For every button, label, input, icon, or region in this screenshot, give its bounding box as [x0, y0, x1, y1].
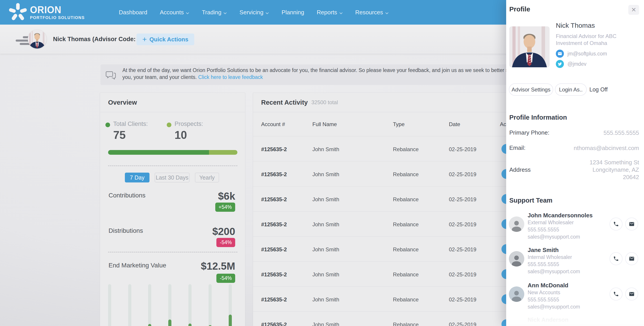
support-member-john-mcandersonnoles: John McandersonnolesExternal Wholesaler5… — [506, 212, 644, 246]
quick-actions-button[interactable]: + Quick Actions — [136, 33, 194, 45]
support-team-heading: Support Team — [509, 197, 552, 204]
cell-full-name: John Smith — [312, 272, 339, 278]
banner-line2: you, your team, and your clients. — [122, 74, 197, 80]
cell-account: #125635-2 — [261, 171, 287, 178]
cell-date: 02-25-2019 — [449, 171, 476, 178]
nav-item-label: Reports — [317, 9, 337, 16]
nav-item-label: Trading — [202, 9, 221, 16]
member-phone: 555.555.5555 — [528, 297, 559, 303]
range-button-7-day[interactable]: 7 Day — [125, 173, 150, 182]
nav-item-trading[interactable]: Trading — [202, 9, 227, 16]
nav-item-resources[interactable]: Resources — [355, 9, 389, 16]
member-name: Nick Anderson — [528, 317, 568, 323]
chart-track — [108, 284, 111, 326]
email-member-button[interactable] — [625, 252, 638, 265]
nav-item-label: Servicing — [240, 9, 263, 16]
call-member-button[interactable] — [610, 218, 622, 231]
chart-track — [208, 284, 212, 326]
brand-tagline: PORTFOLIO SOLUTIONS — [30, 15, 84, 20]
metric-label-distributions: Distributions — [108, 227, 143, 234]
advisor-avatar[interactable] — [28, 30, 46, 48]
nav-item-label: Resources — [355, 9, 383, 16]
support-member-jane-smith: Jane SmithInternal Wholesaler555.555.555… — [506, 247, 644, 280]
email-member-button[interactable] — [625, 288, 638, 301]
member-avatar — [509, 216, 524, 232]
brand-logo[interactable]: ORION PORTFOLIO SOLUTIONS — [8, 2, 88, 22]
cell-type: Rebalance — [393, 146, 419, 152]
orion-star-icon — [8, 2, 28, 22]
profile-drawer: Profile ✕ Nick Thomas Financial Advisor … — [506, 0, 644, 326]
member-email: sales@mysupport.com — [528, 269, 580, 275]
column-header-full-name[interactable]: Full Name — [312, 121, 337, 127]
feedback-link[interactable]: Click here to leave feedback — [198, 74, 263, 80]
profile-name: Nick Thomas — [556, 22, 595, 29]
call-member-button[interactable] — [610, 288, 622, 301]
profile-subtitle: Financial Advisor for ABC Investment of … — [556, 33, 639, 46]
stat-dot-icon — [106, 122, 110, 127]
column-header-date[interactable]: Date — [449, 121, 460, 127]
member-avatar — [509, 251, 524, 267]
cell-full-name: John Smith — [312, 146, 339, 152]
banner-line1: At the end of the day, we want Orion Por… — [122, 67, 532, 74]
member-name: Ann McDonald — [528, 282, 568, 289]
stat-value: 10 — [174, 129, 187, 142]
range-button-yearly[interactable]: Yearly — [195, 173, 219, 182]
column-header-account[interactable]: Account # — [261, 121, 285, 127]
nav-item-reports[interactable]: Reports — [317, 9, 343, 16]
metric-label-contributions: Contributions — [108, 192, 146, 199]
value-mini-chart — [100, 284, 246, 326]
log-off-button[interactable]: Log Off — [590, 83, 608, 96]
cell-type: Rebalance — [393, 322, 419, 326]
cell-date: 02-25-2019 — [449, 246, 476, 253]
cell-date: 02-25-2019 — [449, 297, 476, 303]
call-member-button[interactable] — [610, 252, 622, 265]
progress-segment — [108, 150, 209, 155]
email-icon — [556, 50, 564, 58]
advisor-settings-button[interactable]: Advisor Settings — [509, 83, 553, 96]
recent-activity-total: 32500 total — [311, 99, 338, 105]
column-header-type[interactable]: Type — [393, 121, 404, 127]
nav-item-servicing[interactable]: Servicing — [240, 9, 269, 16]
nav-item-accounts[interactable]: Accounts — [160, 9, 189, 16]
chart-track — [148, 284, 151, 326]
login-as-button[interactable]: Login As.. — [555, 83, 587, 96]
metric-value-end-marketing-value: $12.5M — [201, 260, 235, 272]
member-phone: 555.555.5555 — [528, 261, 559, 267]
cell-type: Rebalance — [393, 297, 419, 303]
overview-card: Overview Total Clients:75Prospects:10 7 … — [100, 93, 245, 326]
metric-badge-distributions: -54% — [216, 238, 235, 247]
profile-email-row[interactable]: jm@softplus.com — [556, 50, 607, 58]
chart-track — [128, 284, 131, 326]
cell-full-name: John Smith — [312, 196, 339, 203]
profile-twitter-row[interactable]: @jmdev — [556, 60, 586, 68]
metric-badge-contributions: +54% — [215, 203, 235, 212]
member-role: External Wholesaler — [528, 220, 574, 226]
cell-type: Rebalance — [393, 221, 419, 228]
drawer-title: Profile — [509, 5, 530, 13]
cell-account: #125635-2 — [261, 272, 287, 278]
nav-item-planning[interactable]: Planning — [282, 9, 304, 16]
close-button[interactable]: ✕ — [628, 5, 639, 15]
cell-date: 02-25-2019 — [449, 322, 476, 326]
cell-type: Rebalance — [393, 272, 419, 278]
phone-label: Primary Phone: — [509, 129, 549, 136]
progress-segment — [209, 150, 238, 155]
close-icon: ✕ — [631, 6, 636, 13]
member-name: Jane Smith — [528, 247, 559, 254]
divider — [108, 165, 238, 166]
cell-type: Rebalance — [393, 246, 419, 253]
chart-bar-fill — [148, 324, 151, 326]
chat-bubble-icon — [105, 69, 116, 80]
profile-photo — [509, 26, 550, 67]
nav-item-dashboard[interactable]: Dashboard — [119, 9, 147, 16]
email-label: Email: — [509, 144, 526, 151]
divider — [108, 252, 238, 253]
page: ORION PORTFOLIO SOLUTIONS DashboardAccou… — [0, 0, 644, 326]
range-button-last-30-days[interactable]: Last 30 Days — [154, 173, 190, 182]
cell-full-name: John Smith — [312, 322, 339, 326]
recent-activity-title: Recent Activity — [261, 99, 308, 106]
metric-value-contributions: $6k — [218, 190, 235, 202]
email-member-button[interactable] — [625, 218, 638, 231]
metric-label-end-marketing-value: End Marketing Value — [108, 262, 166, 269]
chart-track — [188, 284, 192, 326]
